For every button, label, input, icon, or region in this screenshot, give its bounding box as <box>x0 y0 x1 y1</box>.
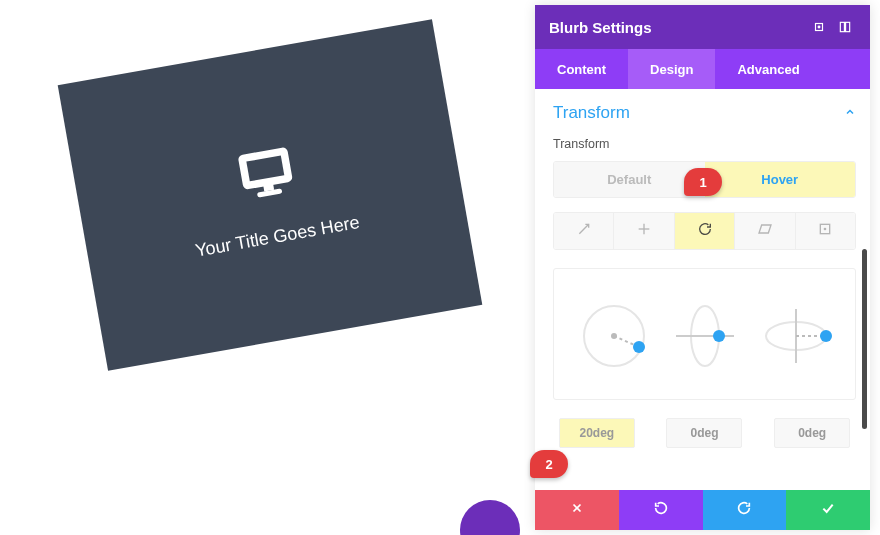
undo-button[interactable] <box>619 490 703 530</box>
svg-point-6 <box>818 26 820 28</box>
rotate-z-input[interactable] <box>559 418 635 448</box>
svg-point-14 <box>825 228 826 229</box>
close-icon <box>570 501 584 519</box>
transform-type-group <box>553 212 856 250</box>
scale-button[interactable] <box>554 213 614 249</box>
svg-line-9 <box>579 224 588 233</box>
cancel-button[interactable] <box>535 490 619 530</box>
svg-point-21 <box>713 330 725 342</box>
svg-point-17 <box>611 333 617 339</box>
redo-icon <box>736 500 752 520</box>
origin-button[interactable] <box>796 213 855 249</box>
skew-button[interactable] <box>735 213 795 249</box>
panel-footer <box>535 490 870 530</box>
move-icon <box>636 221 652 241</box>
panel-tabs: Content Design Advanced <box>535 49 870 89</box>
rotate-z-dial[interactable] <box>575 297 653 375</box>
blurb-module[interactable]: Your Title Goes Here <box>58 19 483 371</box>
canvas-area: Your Title Goes Here <box>0 0 525 535</box>
floating-action-button[interactable] <box>460 500 520 535</box>
scale-icon <box>576 221 592 241</box>
save-button[interactable] <box>786 490 870 530</box>
chevron-up-icon <box>844 105 856 121</box>
panel-title: Blurb Settings <box>549 19 804 36</box>
rotate-x-dial[interactable] <box>666 297 744 375</box>
svg-point-25 <box>820 330 832 342</box>
rotate-icon <box>697 221 713 241</box>
tab-content[interactable]: Content <box>535 49 628 89</box>
tab-advanced[interactable]: Advanced <box>715 49 821 89</box>
panel-body: Transform Transform Default Hover <box>535 89 870 490</box>
undo-icon <box>653 500 669 520</box>
snap-icon[interactable] <box>834 16 856 38</box>
blurb-title: Your Title Goes Here <box>194 212 362 262</box>
redo-button[interactable] <box>703 490 787 530</box>
translate-button[interactable] <box>614 213 674 249</box>
settings-panel: Blurb Settings Content Design Advanced T… <box>535 5 870 530</box>
panel-header: Blurb Settings <box>535 5 870 49</box>
origin-icon <box>817 221 833 241</box>
rotate-visual-panel <box>553 268 856 400</box>
scrollbar[interactable] <box>862 249 867 429</box>
rotation-value-row <box>553 418 856 448</box>
rotate-y-input[interactable] <box>774 418 850 448</box>
rotate-x-input[interactable] <box>666 418 742 448</box>
section-header-transform[interactable]: Transform <box>553 103 856 123</box>
svg-rect-8 <box>846 22 850 31</box>
tab-design[interactable]: Design <box>628 49 715 89</box>
state-hover-button[interactable]: Hover <box>705 162 856 197</box>
monitor-icon <box>231 138 301 211</box>
section-title: Transform <box>553 103 630 123</box>
svg-point-18 <box>633 341 645 353</box>
svg-marker-12 <box>759 225 771 233</box>
expand-icon[interactable] <box>808 16 830 38</box>
rotate-button[interactable] <box>675 213 735 249</box>
check-icon <box>820 500 836 520</box>
svg-rect-7 <box>840 22 844 31</box>
annotation-callout-1: 1 <box>684 168 722 196</box>
rotate-y-dial[interactable] <box>757 297 835 375</box>
annotation-callout-2: 2 <box>530 450 568 478</box>
skew-icon <box>757 221 773 241</box>
transform-label: Transform <box>553 137 856 151</box>
